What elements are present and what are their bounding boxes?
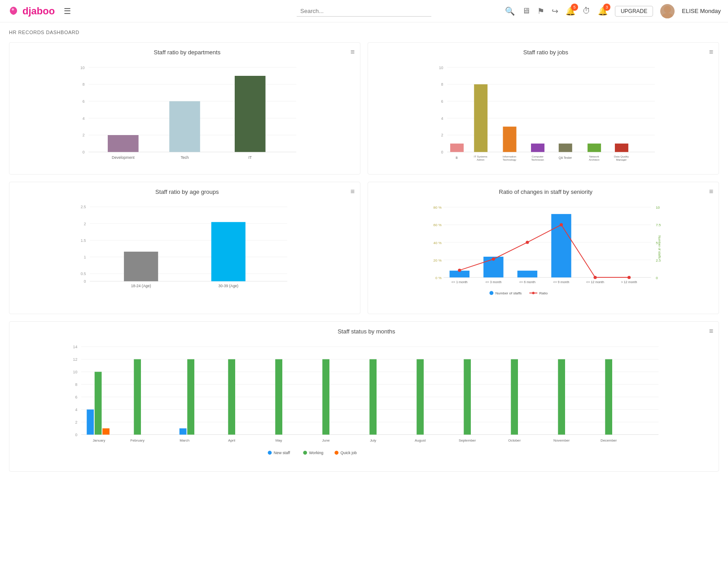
- search-icon[interactable]: 🔍: [505, 6, 515, 16]
- chart-header-dept: Staff ratio by departments ≡: [15, 48, 355, 56]
- svg-point-1: [662, 13, 673, 18]
- monitor-icon[interactable]: 🖥: [522, 6, 530, 16]
- svg-text:0: 0: [84, 279, 86, 284]
- svg-text:40 %: 40 %: [434, 241, 442, 245]
- alert-icon[interactable]: 🔔 3: [598, 6, 608, 16]
- svg-text:May: May: [276, 438, 282, 442]
- notification-icon[interactable]: 🔔 5: [566, 6, 575, 16]
- svg-text:Development: Development: [112, 155, 135, 160]
- user-name: ELISE Monday: [682, 8, 721, 14]
- svg-text:0: 0: [83, 150, 85, 154]
- svg-text:Quick job: Quick job: [341, 451, 357, 455]
- svg-text:January: January: [92, 438, 105, 442]
- logo[interactable]: djaboo: [7, 5, 55, 18]
- svg-rect-135: [322, 359, 329, 435]
- svg-point-98: [560, 223, 563, 226]
- chart-menu-jobs[interactable]: ≡: [709, 48, 713, 56]
- svg-rect-18: [235, 76, 266, 152]
- svg-text:Admin: Admin: [477, 158, 484, 161]
- logo-icon: [7, 5, 20, 18]
- jobs-bar-chart: 10 8 6 4 2 0 B IT Systems Admin Informat…: [373, 60, 713, 167]
- svg-text:2: 2: [83, 133, 85, 137]
- svg-text:QA Tester: QA Tester: [558, 156, 572, 160]
- clock-icon[interactable]: ⏱: [583, 6, 591, 16]
- svg-point-95: [458, 269, 461, 272]
- svg-text:Manager: Manager: [616, 158, 627, 161]
- svg-rect-129: [187, 359, 194, 435]
- svg-text:September: September: [459, 438, 476, 442]
- svg-text:Architect: Architect: [589, 158, 600, 161]
- svg-text:Tech: Tech: [180, 155, 189, 160]
- svg-rect-124: [102, 429, 110, 435]
- chart-header-seniority: Ratio of changes in staff by seniority ≡: [373, 188, 713, 196]
- notification-badge-2: 3: [603, 4, 610, 11]
- svg-rect-137: [369, 359, 377, 435]
- svg-rect-63: [124, 252, 158, 281]
- svg-rect-32: [450, 144, 464, 152]
- svg-point-97: [526, 241, 529, 244]
- svg-text:August: August: [415, 438, 426, 442]
- svg-text:10: 10: [73, 370, 78, 374]
- svg-rect-14: [108, 135, 139, 152]
- svg-text:10: 10: [656, 206, 660, 210]
- svg-text:18-24 (Age): 18-24 (Age): [131, 284, 151, 288]
- svg-text:0: 0: [75, 433, 77, 437]
- svg-text:Technology: Technology: [503, 158, 516, 161]
- svg-rect-48: [615, 144, 628, 152]
- avatar[interactable]: [660, 4, 675, 18]
- chart-title-age: Staff ratio by age groups: [24, 188, 351, 195]
- svg-point-100: [627, 276, 631, 279]
- chart-title-dept: Staff ratio by departments: [24, 49, 351, 56]
- staff-by-dept-card: Staff ratio by departments ≡ 10 8 6 4 2 …: [9, 42, 360, 175]
- svg-text:April: April: [228, 438, 235, 442]
- svg-text:<= 12 month: <= 12 month: [586, 280, 604, 284]
- chart-title-seniority: Ratio of changes in staff by seniority: [382, 188, 709, 195]
- chart-title-status: Staff status by months: [24, 328, 709, 335]
- chart-title-jobs: Staff ratio by jobs: [382, 49, 709, 56]
- svg-text:4: 4: [441, 116, 443, 121]
- svg-text:<= 3 month: <= 3 month: [485, 280, 501, 284]
- svg-text:4: 4: [75, 407, 77, 412]
- main-content: HR RECORDS DASHBOARD Staff ratio by depa…: [0, 22, 728, 479]
- notification-badge-1: 5: [571, 4, 578, 11]
- flag-icon[interactable]: ⚑: [537, 6, 544, 16]
- svg-text:December: December: [601, 438, 617, 442]
- svg-text:8: 8: [75, 382, 77, 387]
- staff-by-jobs-card: Staff ratio by jobs ≡ 10 8 6 4 2 0: [368, 42, 719, 175]
- chart-header-jobs: Staff ratio by jobs ≡: [373, 48, 713, 56]
- svg-text:7.5: 7.5: [656, 223, 661, 227]
- chart-menu-age[interactable]: ≡: [351, 188, 355, 196]
- svg-rect-34: [474, 84, 487, 152]
- chart-menu-dept[interactable]: ≡: [351, 48, 355, 56]
- upgrade-button[interactable]: UPGRADE: [615, 6, 653, 17]
- svg-rect-141: [464, 359, 471, 435]
- svg-text:14: 14: [73, 345, 78, 349]
- search-input[interactable]: [297, 6, 431, 17]
- svg-text:20 %: 20 %: [434, 258, 442, 263]
- logo-text: djaboo: [22, 5, 55, 17]
- svg-point-149: [268, 451, 272, 455]
- top-charts-row: Staff ratio by departments ≡ 10 8 6 4 2 …: [9, 42, 719, 175]
- svg-text:<= 9 month: <= 9 month: [553, 280, 570, 284]
- svg-rect-143: [511, 359, 518, 435]
- svg-text:6: 6: [441, 99, 443, 104]
- svg-rect-133: [275, 359, 282, 435]
- share-icon[interactable]: ↪: [552, 6, 558, 16]
- svg-text:Data Quality: Data Quality: [614, 155, 629, 158]
- age-bar-chart: 2.5 2 1.5 1 0.5 0 18-24 (Age) 30-39 (Age…: [15, 199, 355, 298]
- svg-point-99: [594, 276, 597, 279]
- svg-text:80 %: 80 %: [434, 206, 442, 210]
- hamburger-menu[interactable]: ☰: [64, 6, 71, 16]
- svg-text:1.5: 1.5: [81, 238, 86, 243]
- seniority-chart: 80 % 60 % 40 % 20 % 0 % 10 7.5 5 2.5 0 N…: [373, 199, 713, 307]
- chart-header-status: Staff status by months ≡: [15, 327, 713, 335]
- svg-text:60 %: 60 %: [434, 223, 442, 227]
- svg-text:30-39 (Age): 30-39 (Age): [218, 284, 238, 288]
- chart-menu-status[interactable]: ≡: [709, 327, 713, 335]
- header: djaboo ☰ 🔍 🖥 ⚑ ↪ 🔔 5 ⏱ 🔔 3 UPGRADE ELISE…: [0, 0, 728, 22]
- svg-text:0.5: 0.5: [81, 271, 86, 276]
- chart-header-age: Staff ratio by age groups ≡: [15, 188, 355, 196]
- svg-point-104: [532, 292, 535, 294]
- chart-menu-seniority[interactable]: ≡: [709, 188, 713, 196]
- staff-status-card: Staff status by months ≡ 14 12 10 8 6 4 …: [9, 321, 719, 472]
